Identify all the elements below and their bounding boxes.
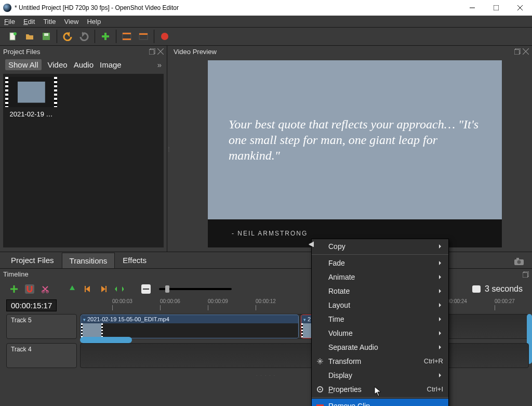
video-preview-header: Video Preview [170,46,532,57]
video-preview-canvas[interactable]: Your best quote that reflects your appro… [208,60,502,247]
add-track-icon[interactable] [9,284,19,294]
track-row: Track 5 2021-02-19 15-05-00_EDIT.mp4 2 [6,314,532,339]
razor-icon[interactable] [41,284,50,294]
menu-edit[interactable]: Edit [21,17,37,27]
playhead-timecode[interactable]: 00:00:15:17 [6,299,57,311]
menu-help[interactable]: Help [85,17,103,27]
project-files-well[interactable]: 2021-02-19 … [3,74,164,247]
svg-point-2 [14,32,17,35]
project-item[interactable]: 2021-02-19 … [6,77,56,118]
fullscreen-icon[interactable] [139,32,148,41]
panel-undock-icon[interactable] [149,48,155,55]
filter-audio[interactable]: Audio [74,60,94,69]
ctx-transform[interactable]: TransformCtrl+R [312,354,448,368]
add-marker-icon[interactable] [68,284,77,294]
svg-point-26 [320,388,321,390]
svg-rect-24 [143,289,149,290]
project-item-label: 2021-02-19 … [9,110,52,118]
filter-image[interactable]: Image [100,60,122,69]
window-title: * Untitled Project [HD 720p 30 fps] - Op… [15,4,460,11]
redo-icon[interactable] [79,32,89,41]
svg-rect-27 [316,404,324,407]
horizontal-scrollbar[interactable] [80,337,529,343]
timeline-clip[interactable]: 2021-02-19 15-05-00_EDIT.mp4 [81,315,299,338]
track-row: Track 4 [6,343,532,368]
panel-undock-icon[interactable] [514,48,521,55]
svg-rect-23 [105,286,107,292]
ctx-remove-clip[interactable]: Remove Clip [312,399,448,406]
filter-more-icon[interactable]: » [157,60,162,69]
next-marker-icon[interactable] [99,284,108,294]
track-label[interactable]: Track 4 [6,343,77,368]
prev-marker-icon[interactable] [83,284,92,294]
maximize-button[interactable] [484,0,508,16]
window-titlebar: * Untitled Project [HD 720p 30 fps] - Op… [0,0,532,16]
bottom-tabs: Project Files Transitions Effects [0,252,532,268]
panel-close-icon[interactable] [523,48,529,55]
menu-title[interactable]: Title [41,17,58,27]
save-project-icon[interactable] [42,32,51,41]
zoom-slider-knob[interactable] [165,285,169,293]
tab-transitions[interactable]: Transitions [62,253,115,268]
ctx-time[interactable]: Time [312,312,448,326]
snapshot-icon[interactable] [514,257,524,266]
timeline-toolbar: 3 seconds [0,280,532,298]
track-lane[interactable] [80,343,529,368]
zoom-indicator-icon [472,285,481,293]
gear-icon [316,385,324,394]
ctx-animate[interactable]: Animate [312,270,448,284]
close-button[interactable] [508,0,532,16]
resize-grip[interactable]: . . . . . [0,372,532,377]
ctx-fade[interactable]: Fade [312,256,448,270]
timeline-ruler[interactable]: 00:00:15:17 00:00:03 00:00:06 00:00:09 0… [6,298,532,314]
project-item-thumbnail [6,77,56,107]
ruler-ticks: 00:00:03 00:00:06 00:00:09 00:00:12 00:0… [80,298,529,314]
svg-rect-22 [85,286,86,292]
ctx-display[interactable]: Display [312,368,448,382]
undo-icon[interactable] [63,32,72,41]
preview-quote-text: Your best quote that reflects your appro… [229,116,488,163]
tab-effects[interactable]: Effects [115,252,154,268]
svg-rect-0 [494,5,499,10]
video-preview-title: Video Preview [174,48,512,56]
filter-video[interactable]: Video [48,60,68,69]
timeline-header: Timeline [0,268,532,280]
svg-rect-7 [123,38,131,40]
snap-icon[interactable] [25,284,34,294]
filter-show-all[interactable]: Show All [5,59,42,70]
transform-icon [316,357,324,365]
work-area: Project Files Show All Video Audio Image… [0,46,532,252]
toolbar-separator [154,30,154,43]
ctx-rotate[interactable]: Rotate [312,284,448,298]
ctx-volume[interactable]: Volume [312,326,448,340]
zoom-slider-button[interactable] [141,284,151,294]
center-playhead-icon[interactable] [114,284,124,294]
svg-rect-4 [44,33,48,36]
svg-point-10 [161,33,168,40]
toolbar-separator [95,30,95,43]
export-video-icon[interactable] [160,32,169,41]
import-files-icon[interactable] [101,32,110,41]
ctx-layout[interactable]: Layout [312,298,448,312]
video-preview-panel: Video Preview Your best quote that refle… [170,46,532,252]
tab-project-files[interactable]: Project Files [3,252,62,268]
context-menu: ⯇ Copy Fade Animate Rotate Layout Time V… [311,239,449,406]
track-label[interactable]: Track 5 [6,314,77,339]
svg-rect-12 [149,49,154,55]
svg-point-16 [517,260,521,264]
zoom-slider[interactable] [159,288,232,290]
app-icon [3,4,11,12]
panel-undock-icon[interactable] [523,271,529,278]
open-project-icon[interactable] [25,32,34,41]
track-lane[interactable]: 2021-02-19 15-05-00_EDIT.mp4 2 [80,314,529,339]
choose-profile-icon[interactable] [122,32,131,41]
remove-icon [316,402,324,407]
menu-file[interactable]: File [2,17,17,27]
ctx-separate-audio[interactable]: Separate Audio [312,340,448,354]
panel-close-icon[interactable] [157,48,164,55]
menu-view[interactable]: View [62,17,81,27]
clip-title: 2021-02-19 15-05-00_EDIT.mp4 [81,315,298,323]
new-project-icon[interactable] [8,32,18,41]
minimize-button[interactable] [460,0,484,16]
ctx-copy[interactable]: Copy [312,239,448,253]
